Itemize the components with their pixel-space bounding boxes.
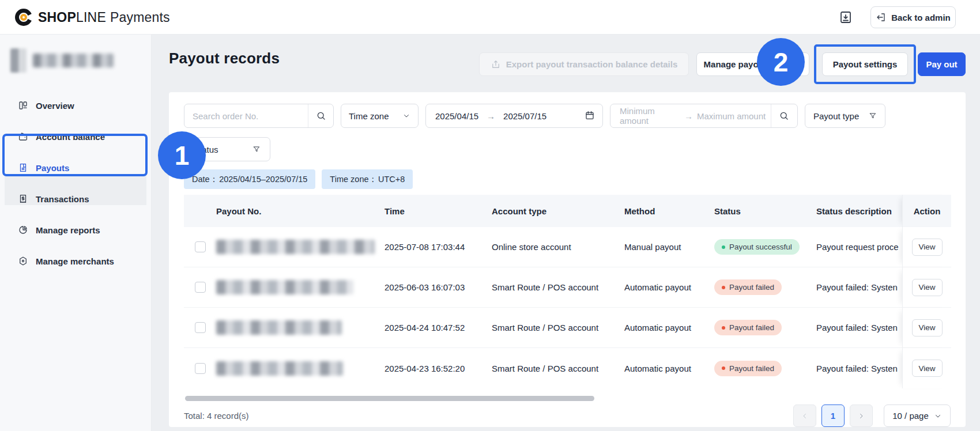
exit-icon <box>876 12 886 22</box>
status-badge: Payout failed <box>714 279 782 295</box>
col-status: Status <box>714 206 816 216</box>
cell-status-description: Payout failed: Systen <box>816 364 902 373</box>
col-action: Action <box>902 195 951 227</box>
sidebar-item-label: Payouts <box>36 163 69 173</box>
cell-time: 2025-07-08 17:03:44 <box>385 242 492 252</box>
payout-no-blurred <box>216 240 375 254</box>
export-payout-details-button[interactable]: Export payout transaction balance detail… <box>479 52 689 76</box>
chevron-down-icon <box>934 412 942 420</box>
sidebar-item-manage-merchants[interactable]: Manage merchants <box>0 245 151 277</box>
date-from-value: 2025/04/15 <box>435 111 478 121</box>
search-order-input[interactable]: Search order No. <box>184 104 334 128</box>
sidebar-item-payouts[interactable]: Payouts <box>0 152 151 183</box>
sidebar-item-label: Manage reports <box>36 225 100 235</box>
cell-time: 2025-04-23 16:52:20 <box>385 364 492 373</box>
annotation-step-1: 1 <box>158 131 206 179</box>
date-range-picker[interactable]: 2025/04/15 → 2025/07/15 <box>425 104 603 128</box>
payout-no-blurred <box>216 361 343 376</box>
next-page-button[interactable] <box>850 404 873 427</box>
timezone-tag-value: UTC+8 <box>378 175 405 184</box>
payout-settings-button[interactable]: Payout settings <box>822 52 908 76</box>
funnel-icon <box>869 112 877 120</box>
row-checkbox[interactable] <box>195 363 206 374</box>
chevron-right-icon <box>857 412 865 420</box>
sidebar-item-manage-reports[interactable]: Manage reports <box>0 214 151 245</box>
sidebar-item-overview[interactable]: Overview <box>0 90 151 121</box>
prev-page-button[interactable] <box>793 404 816 427</box>
merchant-info[interactable] <box>10 48 114 73</box>
scrollbar-thumb[interactable] <box>185 396 594 401</box>
row-checkbox[interactable] <box>195 282 206 293</box>
table-row: 2025-07-08 17:03:44 Online store account… <box>184 227 951 267</box>
date-tag-value: 2025/04/15–2025/07/15 <box>219 175 307 184</box>
table-row: 2025-04-23 16:52:20 Smart Route / POS ac… <box>184 348 951 388</box>
chevron-down-icon <box>402 112 410 120</box>
pay-out-button[interactable]: Pay out <box>918 52 966 76</box>
back-to-admin-button[interactable]: Back to admin <box>870 6 956 28</box>
cell-method: Automatic payout <box>624 364 714 373</box>
table-footer: Total: 4 record(s) 1 10 / page <box>184 404 951 427</box>
max-amount-placeholder: Maximum amount <box>697 111 771 121</box>
status-dot <box>722 366 725 370</box>
sidebar-item-account-balance[interactable]: Account balance <box>0 121 151 152</box>
view-button[interactable]: View <box>912 319 943 337</box>
logo-text: SHOPLINEPayments <box>38 10 170 25</box>
view-button[interactable]: View <box>912 279 943 296</box>
page-title: Payout records <box>169 50 280 67</box>
view-button[interactable]: View <box>912 239 943 256</box>
payout-records-table: Payout No. Time Account type Method Stat… <box>184 195 951 388</box>
col-method: Method <box>624 206 714 216</box>
sidebar-nav: Overview Account balance Payouts Transac… <box>0 90 151 277</box>
table-row: 2025-06-03 16:07:03 Smart Route / POS ac… <box>184 267 951 308</box>
cell-time: 2025-06-03 16:07:03 <box>385 282 492 292</box>
cell-status-description: Payout failed: Systen <box>816 282 902 292</box>
applied-filter-tags: Date： 2025/04/15–2025/07/15 Time zone： U… <box>184 169 951 189</box>
row-checkbox[interactable] <box>195 322 206 333</box>
cell-method: Automatic payout <box>624 323 714 332</box>
amount-search-icon[interactable] <box>771 104 796 127</box>
min-amount-placeholder: Minimum amount <box>610 106 684 126</box>
col-time: Time <box>385 206 492 216</box>
table-horizontal-scrollbar <box>184 396 951 401</box>
page-1-button[interactable]: 1 <box>821 404 845 427</box>
date-tag-label: Date： <box>192 174 218 185</box>
range-arrow: → <box>487 111 495 121</box>
shopline-payments-logo: SHOPLINEPayments <box>15 0 170 35</box>
settings-button-label: Payout settings <box>833 59 898 69</box>
pagination: 1 10 / page <box>793 404 951 427</box>
cell-status-description: Payout request proce <box>816 242 902 252</box>
timezone-tag: Time zone： UTC+8 <box>322 169 413 189</box>
search-icon[interactable] <box>308 104 333 127</box>
payout-records-card: Search order No. Time zone 2025/04/15 → … <box>169 92 966 427</box>
pay-out-label: Pay out <box>926 59 957 69</box>
payout-type-filter[interactable]: Payout type <box>805 104 885 128</box>
status-badge: Payout failed <box>714 361 782 376</box>
payout-no-blurred <box>216 320 342 335</box>
status-badge: Payout failed <box>714 320 782 335</box>
total-records: Total: 4 record(s) <box>184 411 249 421</box>
date-to-value: 2025/07/15 <box>503 111 546 121</box>
page-size-value: 10 / page <box>892 411 929 421</box>
col-status-description: Status description <box>816 206 902 216</box>
page-size-select[interactable]: 10 / page <box>884 404 951 427</box>
download-icon[interactable] <box>837 9 854 26</box>
col-payout-no: Payout No. <box>216 206 385 216</box>
sidebar: Overview Account balance Payouts Transac… <box>0 35 152 431</box>
merchant-badge-icon <box>18 256 28 266</box>
chevron-left-icon <box>801 412 809 420</box>
timezone-tag-label: Time zone： <box>330 174 377 185</box>
filter-row-2: Status <box>184 137 951 161</box>
amount-range-input[interactable]: Minimum amount → Maximum amount <box>610 104 798 128</box>
sidebar-item-label: Account balance <box>36 132 105 142</box>
pie-chart-icon <box>18 225 28 235</box>
back-to-admin-label: Back to admin <box>891 13 951 22</box>
cell-account-type: Smart Route / POS account <box>492 364 624 373</box>
filter-row-1: Search order No. Time zone 2025/04/15 → … <box>184 104 951 128</box>
sidebar-item-transactions[interactable]: Transactions <box>0 183 151 214</box>
row-checkbox[interactable] <box>195 241 206 252</box>
merchant-avatar-blurred <box>10 48 27 73</box>
timezone-select[interactable]: Time zone <box>341 104 419 128</box>
table-header-row: Payout No. Time Account type Method Stat… <box>184 195 951 227</box>
cell-time: 2025-04-24 10:47:52 <box>385 323 492 332</box>
view-button[interactable]: View <box>912 360 943 377</box>
